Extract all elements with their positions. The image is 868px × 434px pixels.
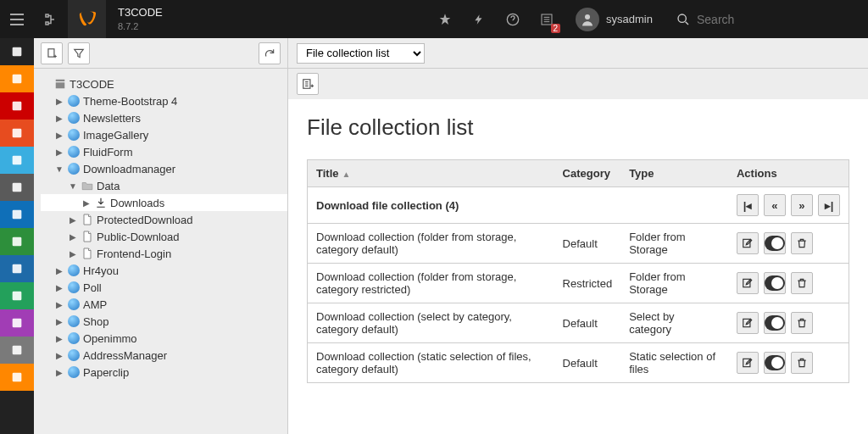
cell-title: Download collection (static selection of… (308, 343, 554, 383)
tree-node[interactable]: ▶Openimmo (41, 330, 287, 347)
table-row[interactable]: Download collection (folder from storage… (308, 264, 849, 303)
page-title: File collection list (307, 114, 849, 141)
tree-node[interactable]: ▶Public-Download (41, 228, 287, 245)
table-row[interactable]: Download collection (folder from storage… (308, 224, 849, 264)
tree-node[interactable]: ▶Newsletters (41, 109, 287, 126)
svg-rect-19 (48, 48, 54, 56)
doc-header: File collection list (288, 38, 868, 69)
table-row[interactable]: Download collection (select by category,… (308, 303, 849, 343)
col-title[interactable]: Title▲ (308, 160, 554, 187)
page-first-icon[interactable]: |◂ (737, 194, 759, 216)
module-item[interactable] (0, 282, 34, 309)
module-item[interactable] (0, 65, 34, 92)
visibility-toggle[interactable] (764, 232, 786, 254)
module-item[interactable] (0, 38, 34, 65)
search-icon (676, 13, 690, 26)
edit-button[interactable] (737, 232, 759, 254)
module-item[interactable] (0, 174, 34, 201)
col-type[interactable]: Type (620, 160, 728, 187)
username: sysadmin (606, 13, 653, 25)
svg-rect-9 (13, 129, 22, 138)
visibility-toggle[interactable] (764, 272, 786, 294)
page-next-icon[interactable]: » (791, 194, 813, 216)
search-input[interactable] (697, 13, 824, 26)
tree-node[interactable]: ▶Theme-Bootstrap 4 (41, 92, 287, 109)
delete-button[interactable] (791, 232, 813, 254)
menu-toggle-icon[interactable] (0, 0, 34, 38)
module-item[interactable] (0, 309, 34, 337)
tree-node[interactable]: ▶AddressManager (41, 347, 287, 364)
top-bar: T3CODE 8.7.2 2 sysadmin (0, 0, 868, 38)
new-record-button[interactable] (297, 73, 319, 95)
tree-node[interactable]: ▶Frontend-Login (41, 245, 287, 262)
filter-button[interactable] (68, 42, 90, 64)
col-category[interactable]: Category (554, 160, 621, 187)
record-table: Title▲ Category Type Actions Download fi… (307, 159, 849, 383)
table-row[interactable]: Download collection (static selection of… (308, 343, 849, 383)
tree-root[interactable]: T3CODE (41, 75, 287, 92)
tree-node[interactable]: ▼Downloadmanager (41, 160, 287, 177)
notifications-icon[interactable]: 2 (530, 0, 564, 38)
module-item[interactable] (0, 92, 34, 120)
module-item[interactable] (0, 147, 34, 174)
tree-node[interactable]: ▶Poll (41, 279, 287, 296)
svg-rect-16 (13, 319, 22, 328)
edit-button[interactable] (737, 352, 759, 374)
page-prev-icon[interactable]: « (764, 194, 786, 216)
cell-category: Restricted (554, 264, 621, 303)
tree-node[interactable]: ▶Paperclip (41, 364, 287, 381)
tree-node[interactable]: ▶Hr4you (41, 262, 287, 279)
svg-rect-17 (13, 346, 22, 355)
svg-rect-1 (46, 22, 48, 25)
cell-type: Folder from Storage (620, 264, 728, 303)
cell-title: Download collection (select by category,… (308, 303, 554, 343)
svg-point-4 (585, 14, 590, 19)
delete-button[interactable] (791, 272, 813, 294)
svg-rect-0 (46, 14, 48, 17)
module-sidebar (0, 38, 34, 434)
cell-category: Default (554, 303, 621, 343)
tree-node[interactable]: ▶AMP (41, 296, 287, 313)
tree-node[interactable]: ▼Data (41, 177, 287, 194)
svg-rect-8 (13, 102, 22, 111)
module-item[interactable] (0, 120, 34, 147)
svg-rect-11 (13, 183, 22, 192)
group-header: Download file collection (4) (308, 187, 728, 224)
tree-node[interactable]: ▶Downloads (41, 194, 287, 211)
edit-button[interactable] (737, 312, 759, 334)
new-page-button[interactable] (41, 42, 63, 64)
refresh-button[interactable] (259, 42, 281, 64)
edit-button[interactable] (737, 272, 759, 294)
avatar-icon (576, 8, 599, 31)
brand-name: T3CODE (118, 6, 163, 20)
page-last-icon[interactable]: ▸| (818, 194, 840, 216)
delete-button[interactable] (791, 312, 813, 334)
module-item[interactable] (0, 201, 34, 228)
module-item[interactable] (0, 364, 34, 391)
notification-badge: 2 (551, 24, 561, 33)
bookmark-icon[interactable] (428, 0, 462, 38)
svg-rect-12 (13, 210, 22, 220)
tree-node[interactable]: ▶FluidForm (41, 143, 287, 160)
global-search[interactable] (665, 13, 868, 26)
svg-rect-10 (13, 156, 22, 165)
user-menu[interactable]: sysadmin (564, 8, 665, 31)
visibility-toggle[interactable] (764, 352, 786, 374)
cell-type: Folder from Storage (620, 224, 728, 264)
tree-node[interactable]: ▶ImageGallery (41, 126, 287, 143)
tree-toggle-icon[interactable] (34, 0, 68, 38)
module-item[interactable] (0, 337, 34, 364)
help-icon[interactable] (496, 0, 530, 38)
tree-node[interactable]: ▶Shop (41, 313, 287, 330)
brand-version: 8.7.2 (118, 20, 163, 32)
module-item[interactable] (0, 228, 34, 255)
cell-type: Select by category (620, 303, 728, 343)
cell-category: Default (554, 224, 621, 264)
visibility-toggle[interactable] (764, 312, 786, 334)
tree-node[interactable]: ▶ProtectedDownload (41, 211, 287, 228)
delete-button[interactable] (791, 352, 813, 374)
flash-icon[interactable] (462, 0, 496, 38)
view-select[interactable]: File collection list (297, 43, 425, 64)
module-item[interactable] (0, 255, 34, 282)
page-tree: T3CODE▶Theme-Bootstrap 4▶Newsletters▶Ima… (34, 69, 287, 434)
